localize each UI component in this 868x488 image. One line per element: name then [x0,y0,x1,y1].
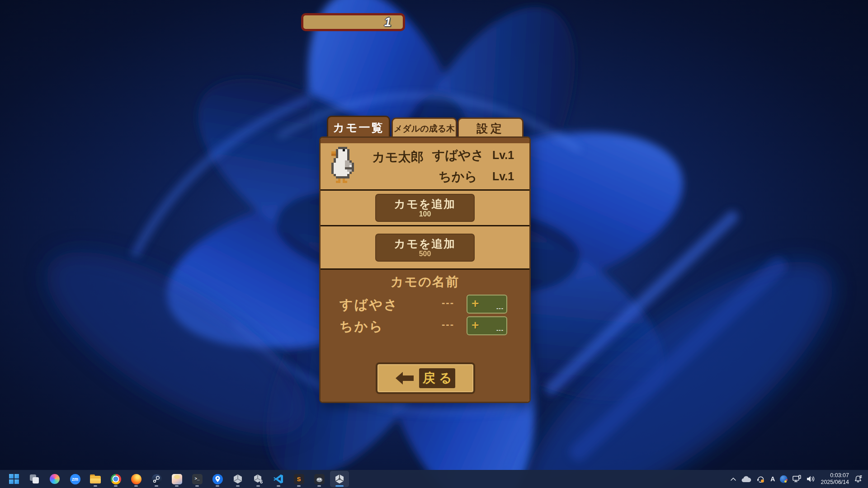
upgrade-speed-button[interactable]: + --- [467,295,507,314]
panel-body: カモ太郎 すばやさ Lv.1 ちから Lv.1 カモを追加 100 [319,136,531,403]
onedrive-cloud-icon [741,476,751,483]
unity-hub-icon [232,474,243,484]
duck-name: カモ太郎 [368,149,427,166]
upgrade-speed-label: すばやさ [340,296,399,314]
medal-count-value: 1 [384,15,391,29]
copilot-icon [50,474,60,484]
tab-duck-list[interactable]: カモ一覧 [327,116,390,138]
tray-clock[interactable]: 0:03:07 2025/06/14 [821,472,849,486]
add-duck-500-label: カモを追加 [394,237,456,250]
add-duck-100-section: カモを追加 100 [321,191,529,225]
ime-indicator[interactable]: A [770,475,775,483]
back-button[interactable]: 戻る [376,362,475,394]
task-view-icon [29,474,40,484]
add-duck-500-button[interactable]: カモを追加 500 [375,234,475,262]
stat-speed-label: すばやさ [424,147,492,164]
add-duck-100-button[interactable]: カモを追加 100 [375,194,475,222]
steam-button[interactable] [147,471,166,487]
svg-text:6: 6 [260,479,263,484]
upgrade-power-value: --- [442,319,454,330]
windows-start-icon [9,474,19,484]
plus-icon: + [472,296,479,311]
stat-speed-level: Lv.1 [492,149,524,162]
copilot-button[interactable] [45,471,64,487]
panel-top-band [321,138,529,143]
steam-icon [151,474,162,484]
add-duck-500-cost: 500 [419,250,431,258]
firefox-icon [131,474,142,484]
upgrade-power-cost: --- [496,327,504,333]
tray-chevron-button[interactable] [730,477,736,481]
taskbar-apps: zm [5,471,349,487]
notification-bell-button[interactable] [854,475,863,483]
vscode-icon [273,474,284,484]
unity-6-button[interactable]: 6 [249,471,268,487]
start-button[interactable] [5,471,24,487]
chrome-button[interactable] [106,471,125,487]
desktop: 1 カモ一覧 メダルの成る木 設定 [0,0,868,488]
unity-6-icon: 6 [253,474,264,484]
upgrade-speed-cost: --- [496,305,504,312]
duck-game-panel: カモ一覧 メダルの成る木 設定 [319,116,531,403]
upgrade-power-button[interactable]: + --- [467,316,507,335]
stat-power-level: Lv.1 [492,170,524,183]
onedrive-button[interactable] [741,476,751,483]
bell-sleep-icon [854,475,863,483]
plus-icon: + [472,318,479,333]
taskbar: zm [0,470,868,488]
speaker-icon [807,475,816,483]
unity-hub-button[interactable] [228,471,247,487]
tab-medal-tree[interactable]: メダルの成る木 [392,117,457,138]
task-view-button[interactable] [25,471,44,487]
zoom-app-button[interactable]: zm [66,471,85,487]
sublime-text-icon: S [294,474,304,484]
duck-stats: すばやさ Lv.1 ちから Lv.1 [424,145,527,187]
firefox-button[interactable] [127,471,146,487]
upgrade-speed-value: --- [442,297,454,309]
gimp-button[interactable] [310,471,329,487]
duck-sprite-icon [331,147,356,185]
duck-name-section: カモの名前 すばやさ --- + --- ちから --- + --- [321,270,529,402]
character-avatar-icon [172,474,182,484]
back-arrow-icon [396,371,414,385]
upgrade-row-speed: すばやさ --- + --- [321,294,529,315]
back-button-label: 戻る [419,368,456,388]
map-pin-icon [212,474,223,484]
add-duck-100-label: カモを追加 [394,197,456,210]
sublime-button[interactable]: S [289,471,308,487]
system-tray: A 0:03:07 2025/06/14 [730,470,868,488]
terminal-icon: >_ [192,474,203,484]
upgrade-row-power: ちから --- + --- [321,316,529,337]
add-duck-100-cost: 100 [419,210,431,218]
volume-button[interactable] [807,475,816,483]
tray-date: 2025/06/14 [821,479,849,486]
cast-display-button[interactable] [793,475,802,483]
weather-globe-button[interactable] [780,475,788,483]
file-explorer-icon [90,474,101,483]
upgrade-power-label: ちから [340,318,384,336]
chevron-up-icon [730,477,736,481]
character-app-button[interactable] [167,471,186,487]
globe-icon [780,475,788,483]
sync-status-button[interactable] [756,475,765,483]
duck-list-item[interactable]: カモ太郎 すばやさ Lv.1 ちから Lv.1 [321,143,529,189]
file-explorer-button[interactable] [86,471,105,487]
unity-game-button[interactable] [330,471,349,487]
chrome-icon [111,474,121,484]
add-duck-500-section: カモを追加 500 [321,226,529,268]
sync-icon [756,475,765,483]
tab-settings[interactable]: 設定 [458,117,524,138]
duck-name-section-title: カモの名前 [321,273,529,291]
terminal-button[interactable]: >_ [188,471,207,487]
gimp-icon [314,474,325,484]
stat-power-label: ちから [424,168,492,185]
tray-time: 0:03:07 [821,472,849,479]
display-cast-icon [793,475,802,483]
unity-game-icon [334,474,345,484]
map-pin-app-button[interactable] [208,471,227,487]
zoom-icon: zm [70,474,80,484]
medal-counter: 1 [301,13,405,31]
vscode-button[interactable] [269,471,288,487]
